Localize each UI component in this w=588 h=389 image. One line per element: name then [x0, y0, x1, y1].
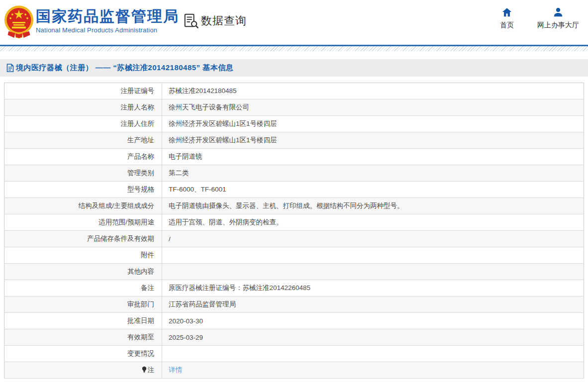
field-label-text: 有效期至 [127, 333, 154, 341]
table-row: 变更情况 [4, 346, 584, 362]
field-value-text: 2020-03-30 [169, 317, 203, 325]
table-row: 生产地址 徐州经济开发区碧螺山1区1号楼四层 [4, 132, 584, 149]
org-name-cn: 国家药品监督管理局 [36, 8, 179, 24]
field-value: 适用于宫颈、阴道、外阴病变的检查。 [162, 214, 584, 231]
field-value: 电子阴道镜由摄像头、显示器、主机、打印组成。根据结构不同分为两种型号。 [162, 198, 584, 214]
field-label-text: 注 [148, 366, 155, 374]
table-row: 有效期至 2025-03-29 [4, 329, 584, 346]
field-value: 徐州经济开发区碧螺山1区1号楼四层 [162, 116, 584, 132]
user-icon [553, 7, 564, 18]
field-value [162, 247, 584, 264]
field-label: 生产地址 [4, 132, 162, 149]
field-value: TF-6000、TF-6001 [162, 182, 584, 198]
field-label-text: 管理类别 [127, 169, 154, 177]
field-value: 苏械注准20142180485 [162, 83, 584, 99]
field-label: 管理类别 [4, 165, 162, 182]
table-row: 注册证编号 苏械注准20142180485 [4, 83, 584, 99]
field-label-text: 型号规格 [127, 186, 154, 193]
nav-item-service-hall[interactable]: 网上办事大厅 [537, 7, 579, 30]
field-value-text: 适用于宫颈、阴道、外阴病变的检查。 [169, 218, 283, 226]
field-value: 详情 [162, 362, 584, 379]
table-row: 附件 [4, 247, 584, 264]
field-label-text: 产品储存条件及有效期 [87, 235, 154, 242]
field-label: 注 [4, 362, 162, 379]
field-label-text: 其他内容 [127, 268, 154, 275]
field-value-text: TF-6000、TF-6001 [169, 186, 226, 193]
field-label-text: 批准日期 [127, 317, 154, 324]
table-row: 注 详情 [4, 362, 584, 379]
field-value: 徐州天飞电子设备有限公司 [162, 99, 584, 116]
table-row: 注册人名称 徐州天飞电子设备有限公司 [4, 99, 584, 116]
table-row: 审批部门 江苏省药品监督管理局 [4, 296, 584, 313]
field-label-text: 变更情况 [127, 350, 154, 357]
nav-service-hall-label: 网上办事大厅 [537, 21, 579, 30]
field-label-text: 注册人名称 [121, 103, 155, 111]
field-label-text: 注册证编号 [121, 87, 155, 95]
table-row: 注册人住所 徐州经济开发区碧螺山1区1号楼四层 [4, 116, 584, 132]
field-value-text: 江苏省药品监督管理局 [169, 300, 236, 308]
field-value: 电子阴道镜 [162, 149, 584, 165]
table-row: 批准日期 2020-03-30 [4, 313, 584, 329]
field-label-text: 生产地址 [127, 136, 154, 144]
field-value-text: 电子阴道镜由摄像头、显示器、主机、打印组成。根据结构不同分为两种型号。 [169, 202, 404, 209]
field-label: 注册人住所 [4, 116, 162, 132]
home-icon [501, 7, 512, 18]
field-label-text: 附件 [141, 251, 154, 259]
header-divider-stripe [0, 45, 588, 51]
field-label-text: 结构及组成/主要组成成分 [79, 202, 154, 209]
data-query-section[interactable]: 数据查询 [183, 13, 247, 29]
field-value: 原医疗器械注册证编号：苏械注准20142260485 [162, 280, 584, 296]
table-row: 型号规格 TF-6000、TF-6001 [4, 182, 584, 198]
field-value-text: 电子阴道镜 [169, 153, 202, 160]
field-value: 徐州经济开发区碧螺山1区1号楼四层 [162, 132, 584, 149]
field-value-text: 徐州经济开发区碧螺山1区1号楼四层 [169, 120, 277, 127]
document-search-icon [183, 13, 199, 29]
field-value: 2020-03-30 [162, 313, 584, 329]
field-value: / [162, 231, 584, 247]
bulb-icon [142, 366, 147, 375]
field-value [162, 346, 584, 362]
field-label-text: 审批部门 [127, 300, 154, 308]
field-label: 结构及组成/主要组成成分 [4, 198, 162, 214]
detail-link[interactable]: 详情 [169, 366, 182, 374]
field-value-text: / [169, 235, 171, 243]
field-value: 第二类 [162, 165, 584, 182]
field-value [162, 264, 584, 280]
registration-info-table: 注册证编号 苏械注准20142180485 注册人名称 徐州天飞电子设备有限公司… [4, 83, 584, 379]
field-value-text: 2025-03-29 [169, 334, 203, 341]
field-label-text: 产品名称 [127, 153, 154, 160]
field-label: 产品储存条件及有效期 [4, 231, 162, 247]
field-label-text: 备注 [141, 284, 154, 292]
field-label: 附件 [4, 247, 162, 264]
field-label: 产品名称 [4, 149, 162, 165]
table-row: 管理类别 第二类 [4, 165, 584, 182]
field-value-text: 第二类 [169, 169, 189, 177]
field-value-text: 苏械注准20142180485 [169, 87, 237, 95]
national-emblem-logo [4, 4, 34, 40]
data-query-label: 数据查询 [201, 13, 247, 28]
field-value-text: 徐州经济开发区碧螺山1区1号楼四层 [169, 136, 277, 144]
field-label: 注册证编号 [4, 83, 162, 99]
table-row: 产品储存条件及有效期 / [4, 231, 584, 247]
top-nav: 首页 网上办事大厅 [493, 7, 579, 30]
nav-item-home[interactable]: 首页 [493, 7, 520, 30]
field-value-text: 原医疗器械注册证编号：苏械注准20142260485 [169, 284, 310, 292]
table-row: 适用范围/预期用途 适用于宫颈、阴道、外阴病变的检查。 [4, 214, 584, 231]
table-row: 备注 原医疗器械注册证编号：苏械注准20142260485 [4, 280, 584, 296]
field-value: 2025-03-29 [162, 329, 584, 346]
field-label: 批准日期 [4, 313, 162, 329]
table-row: 产品名称 电子阴道镜 [4, 149, 584, 165]
field-label: 型号规格 [4, 182, 162, 198]
table-row: 结构及组成/主要组成成分 电子阴道镜由摄像头、显示器、主机、打印组成。根据结构不… [4, 198, 584, 214]
page-header: 国家药品监督管理局 National Medical Products Admi… [0, 0, 588, 45]
field-value: 江苏省药品监督管理局 [162, 296, 584, 313]
field-value-text: 徐州天飞电子设备有限公司 [169, 103, 249, 111]
page-title: 境内医疗器械（注册） —— “苏械注准20142180485” 基本信息 [16, 63, 233, 73]
nav-home-label: 首页 [500, 21, 514, 30]
field-label: 备注 [4, 280, 162, 296]
table-row: 其他内容 [4, 264, 584, 280]
field-label-text: 注册人住所 [121, 120, 155, 127]
page-title-bar: 境内医疗器械（注册） —— “苏械注准20142180485” 基本信息 [0, 59, 588, 77]
field-label: 注册人名称 [4, 99, 162, 116]
org-title-block: 国家药品监督管理局 National Medical Products Admi… [36, 8, 179, 34]
